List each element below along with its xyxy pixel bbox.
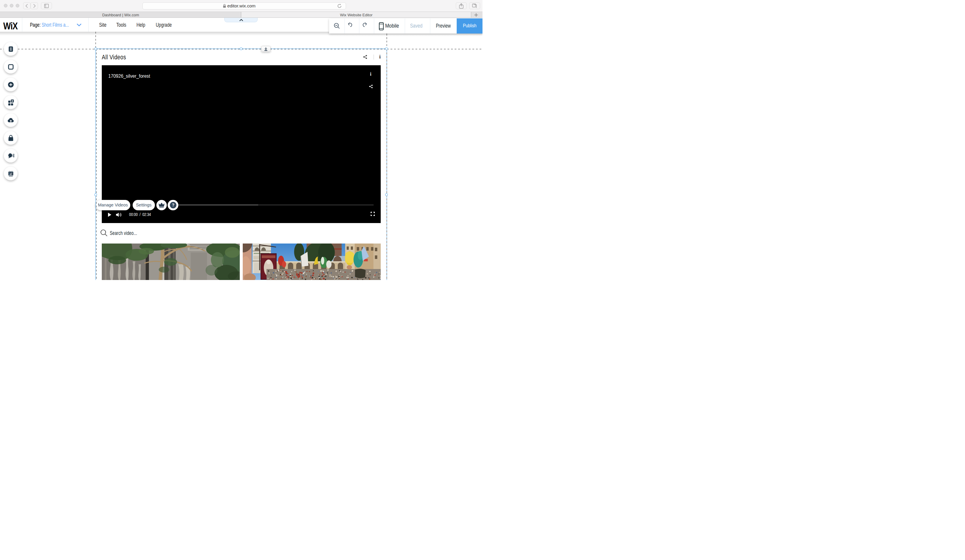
svg-text:?: ? — [172, 202, 175, 207]
svg-text:17: 17 — [10, 173, 13, 175]
